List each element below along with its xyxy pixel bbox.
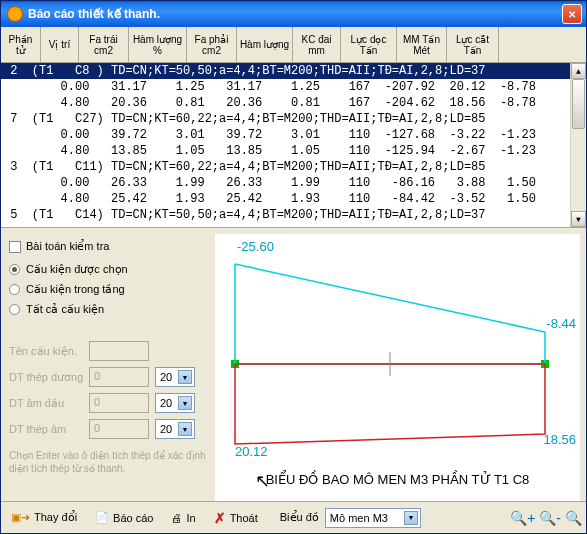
chart-area: -25.60 -8.44 20.12 18.56 BIỂU ĐỒ BAO MÔ … bbox=[215, 234, 580, 501]
col-ham-luong-1[interactable]: Hàm lượng % bbox=[129, 27, 187, 62]
input-dt-am-dau[interactable]: 0 bbox=[89, 393, 149, 413]
col-fa-phai[interactable]: Fa phải cm2 bbox=[187, 27, 237, 62]
check-label: Bài toán kiểm tra bbox=[26, 240, 109, 253]
table-row[interactable]: 0.00 31.17 1.25 31.17 1.25 167 -207.92 2… bbox=[1, 79, 586, 95]
zoom-in-icon[interactable]: 🔍+ bbox=[510, 510, 535, 526]
scroll-down-icon[interactable]: ▼ bbox=[571, 211, 586, 227]
cursor-icon: ↖ bbox=[255, 470, 270, 492]
hint-text: Chọn Enter vào ô diện tích thép để xác đ… bbox=[9, 449, 207, 475]
zoom-fit-icon[interactable]: 🔍 bbox=[565, 510, 582, 526]
input-dt-thep-duong[interactable]: 0 bbox=[89, 367, 149, 387]
table-row[interactable]: 0.00 26.33 1.99 26.33 1.99 110 -86.16 3.… bbox=[1, 175, 586, 191]
print-icon: 🖨 bbox=[171, 512, 182, 524]
btn-label: Báo cáo bbox=[113, 512, 153, 524]
checkbox-icon[interactable] bbox=[9, 241, 21, 253]
close-icon: ✗ bbox=[214, 510, 226, 526]
scroll-thumb[interactable] bbox=[572, 79, 585, 129]
report-icon: 📄 bbox=[95, 511, 109, 524]
radio-label: Tất cả cấu kiện bbox=[26, 303, 104, 316]
col-ham-luong-2[interactable]: Hàm lượng bbox=[237, 27, 293, 62]
radio-icon[interactable] bbox=[9, 304, 20, 315]
col-mm[interactable]: MM Tấn Mét bbox=[397, 27, 447, 62]
label-ten-cau-kien: Tên cấu kiện. bbox=[9, 345, 89, 358]
select-bieu-do[interactable]: Mô men M3 ▼ bbox=[325, 508, 421, 528]
table-row[interactable]: 5 (T1 C14) TD=CN;KT=50,50;a=4,4;BT=M200;… bbox=[1, 207, 586, 223]
col-vi-tri[interactable]: Vị trí bbox=[41, 27, 79, 62]
chevron-down-icon[interactable]: ▼ bbox=[178, 396, 192, 410]
table-row[interactable]: 3 (T1 C11) TD=CN;KT=60,22;a=4,4;BT=M200;… bbox=[1, 159, 586, 175]
table-row[interactable]: 4.80 25.42 1.93 25.42 1.93 110 -84.42 -3… bbox=[1, 191, 586, 207]
btn-label: In bbox=[186, 512, 195, 524]
col-phan-tu[interactable]: Phần tử bbox=[1, 27, 41, 62]
radio-duoc-chon[interactable]: Cấu kiện được chọn bbox=[9, 263, 207, 276]
table-row[interactable]: 2 (T1 C8 ) TD=CN;KT=50,50;a=4,4;BT=M200;… bbox=[1, 63, 586, 79]
radio-tat-ca[interactable]: Tất cả cấu kiện bbox=[9, 303, 207, 316]
table-header: Phần tử Vị trí Fa trái cm2 Hàm lượng % F… bbox=[1, 27, 586, 63]
radio-trong-tang[interactable]: Cấu kiện trong tầng bbox=[9, 283, 207, 296]
close-button[interactable]: ✕ bbox=[562, 4, 582, 24]
table-row[interactable]: 7 (T1 C27) TD=CN;KT=60,22;a=4,4;BT=M200;… bbox=[1, 111, 586, 127]
radio-label: Cấu kiện trong tầng bbox=[26, 283, 125, 296]
chart-label-tl: -25.60 bbox=[237, 239, 274, 254]
radio-icon[interactable] bbox=[9, 284, 20, 295]
btn-label: Thoát bbox=[230, 512, 258, 524]
select-dt-am-dau[interactable]: 20▼ bbox=[155, 393, 195, 413]
sel-label: Biểu đồ bbox=[280, 511, 319, 524]
label-dt-am-dau: DT âm đầu bbox=[9, 397, 89, 410]
thoat-button[interactable]: ✗ Thoát bbox=[208, 507, 264, 529]
btn-label: Thay đổi bbox=[34, 511, 77, 524]
input-dt-thep-am[interactable]: 0 bbox=[89, 419, 149, 439]
data-grid[interactable]: 2 (T1 C8 ) TD=CN;KT=50,50;a=4,4;BT=M200;… bbox=[1, 63, 586, 228]
scrollbar[interactable]: ▲ ▼ bbox=[570, 63, 586, 227]
radio-label: Cấu kiện được chọn bbox=[26, 263, 128, 276]
chevron-down-icon[interactable]: ▼ bbox=[178, 422, 192, 436]
table-row[interactable]: 0.00 39.72 3.01 39.72 3.01 110 -127.68 -… bbox=[1, 127, 586, 143]
chevron-down-icon[interactable]: ▼ bbox=[404, 511, 418, 525]
radio-icon[interactable] bbox=[9, 264, 20, 275]
in-button[interactable]: 🖨 In bbox=[165, 509, 201, 527]
table-row[interactable]: 4.80 20.36 0.81 20.36 0.81 167 -204.62 1… bbox=[1, 95, 586, 111]
chart-label-bl: 20.12 bbox=[235, 444, 268, 459]
zoom-out-icon[interactable]: 🔍- bbox=[539, 510, 561, 526]
label-dt-thep-duong: DT thép dương bbox=[9, 371, 89, 384]
edit-icon: ▣➜ bbox=[11, 511, 30, 524]
chart-label-br: 18.56 bbox=[543, 432, 576, 447]
col-luc-cat[interactable]: Lực cắt Tấn bbox=[447, 27, 499, 62]
scroll-up-icon[interactable]: ▲ bbox=[571, 63, 586, 79]
chart-label-tr: -8.44 bbox=[546, 316, 576, 331]
label-dt-thep-am: DT thép âm bbox=[9, 423, 89, 435]
thay-doi-button[interactable]: ▣➜ Thay đổi bbox=[5, 508, 83, 527]
chevron-down-icon[interactable]: ▼ bbox=[178, 370, 192, 384]
table-row[interactable]: 4.80 13.85 1.05 13.85 1.05 110 -125.94 -… bbox=[1, 143, 586, 159]
select-dt-thep-am[interactable]: 20▼ bbox=[155, 419, 195, 439]
window-title: Báo cáo thiết kế thanh. bbox=[28, 7, 562, 21]
bao-cao-button[interactable]: 📄 Báo cáo bbox=[89, 508, 159, 527]
col-luc-doc[interactable]: Lực dọc Tấn bbox=[341, 27, 397, 62]
check-bai-toan[interactable]: Bài toán kiểm tra bbox=[9, 240, 207, 253]
col-kc-dai[interactable]: KC đai mm bbox=[293, 27, 341, 62]
input-ten-cau-kien[interactable] bbox=[89, 341, 149, 361]
app-icon bbox=[7, 6, 23, 22]
col-fa-trai[interactable]: Fa trái cm2 bbox=[79, 27, 129, 62]
select-dt-thep-duong[interactable]: 20▼ bbox=[155, 367, 195, 387]
